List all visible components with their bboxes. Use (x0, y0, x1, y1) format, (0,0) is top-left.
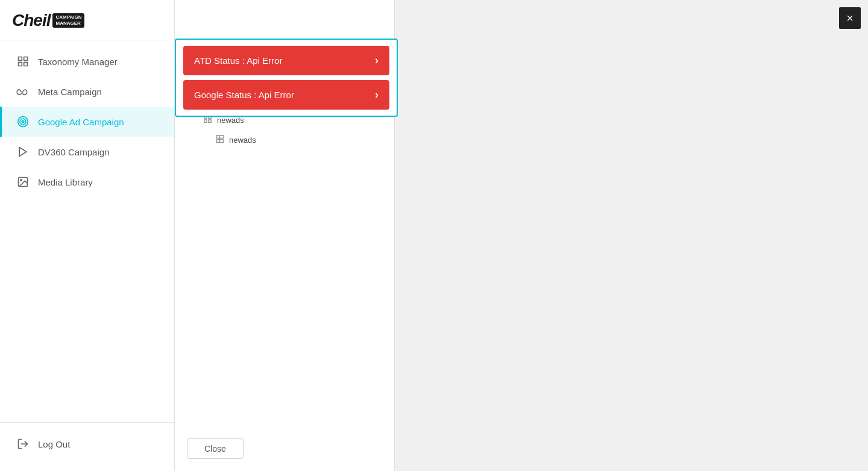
sidebar-item-label: Taxonomy Manager (38, 57, 118, 67)
svg-rect-0 (19, 57, 22, 61)
google-chevron-icon: › (375, 89, 379, 101)
target-icon (16, 115, 30, 128)
sidebar-item-google-ad-campaign[interactable]: Google Ad Campaign (0, 107, 174, 137)
close-x-button[interactable]: × (839, 7, 861, 29)
sidebar-bottom: Log Out (0, 422, 174, 471)
sidebar-item-meta-campaign[interactable]: Meta Campaign (0, 76, 174, 107)
sidebar-item-label: Meta Campaign (38, 87, 102, 97)
main-content: ATD Status : Api Error › Google Status :… (175, 0, 868, 471)
sidebar-item-taxonomy-manager[interactable]: Taxonomy Manager (0, 46, 174, 76)
sidebar-item-log-out[interactable]: Log Out (0, 429, 174, 459)
atd-chevron-icon: › (375, 54, 379, 67)
tree-grandchild-1[interactable]: newads (175, 130, 394, 150)
sidebar-item-media-library[interactable]: Media Library (0, 167, 174, 197)
sidebar-item-label: Log Out (38, 439, 70, 449)
atd-error-label: ATD Status : Api Error (194, 55, 282, 66)
sidebar-item-label: Media Library (38, 177, 93, 187)
tree-child-1-label: newads (217, 116, 244, 125)
play-icon (16, 145, 30, 158)
svg-rect-15 (216, 136, 224, 138)
logout-icon (16, 437, 30, 451)
image-icon (16, 175, 30, 189)
svg-marker-7 (19, 148, 27, 157)
table-icon (216, 135, 224, 145)
google-error-button[interactable]: Google Status : Api Error › (183, 80, 389, 110)
logo-text: Cheil (12, 11, 50, 30)
svg-point-9 (20, 179, 22, 181)
google-error-label: Google Status : Api Error (194, 90, 294, 100)
svg-rect-14 (209, 120, 211, 122)
svg-rect-2 (19, 63, 22, 66)
error-overlay: ATD Status : Api Error › Google Status :… (175, 39, 398, 117)
sidebar-item-label: DV360 Campaign (38, 147, 109, 157)
atd-error-button[interactable]: ATD Status : Api Error › (183, 46, 389, 75)
svg-rect-13 (204, 120, 207, 122)
svg-point-5 (20, 119, 26, 125)
close-button-area: Close (187, 438, 244, 459)
sidebar: Cheil CAMPAIGN MANAGER Taxonomy Manager (0, 0, 175, 471)
sidebar-nav: Taxonomy Manager Meta Campaign Google Ad… (0, 40, 174, 422)
grid-icon (16, 55, 30, 68)
close-button[interactable]: Close (187, 438, 244, 459)
svg-rect-1 (24, 57, 28, 61)
svg-rect-3 (24, 63, 28, 66)
logo-area: Cheil CAMPAIGN MANAGER (0, 0, 174, 40)
sidebar-item-dv360-campaign[interactable]: DV360 Campaign (0, 137, 174, 167)
tree-grandchild-1-label: newads (229, 136, 256, 145)
logo-badge: CAMPAIGN MANAGER (52, 13, 84, 28)
sidebar-item-label: Google Ad Campaign (38, 117, 124, 127)
svg-rect-16 (216, 140, 224, 142)
svg-point-6 (22, 120, 24, 122)
infinity-icon (16, 85, 30, 98)
campaign-panel: ATD Status : Api Error › Google Status :… (175, 0, 395, 471)
